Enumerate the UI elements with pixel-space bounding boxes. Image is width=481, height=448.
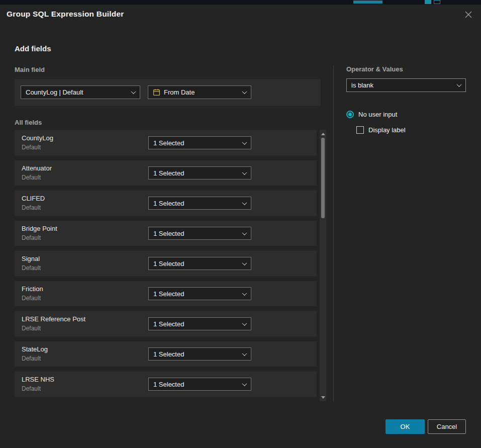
field-row: Signal Default 1 Selected: [15, 251, 317, 276]
chevron-down-icon: [242, 381, 247, 386]
field-selected-value: 1 Selected: [153, 230, 239, 237]
field-subtitle: Default: [22, 144, 41, 151]
field-selected-value: 1 Selected: [153, 260, 239, 267]
field-name: Signal: [22, 255, 40, 262]
checkbox-unchecked-icon[interactable]: [356, 126, 364, 134]
field-selected-dropdown[interactable]: 1 Selected: [148, 347, 251, 361]
no-user-input-radio-row[interactable]: No user input: [346, 111, 397, 118]
display-label-label: Display label: [368, 126, 406, 134]
field-name: Bridge Point: [22, 225, 57, 232]
field-subtitle: Default: [22, 385, 41, 392]
field-subtitle: Default: [22, 264, 41, 272]
chevron-down-icon: [131, 89, 136, 94]
background-artifact: [425, 0, 431, 4]
field-row: StateLog Default 1 Selected: [15, 341, 317, 367]
chevron-down-icon: [242, 291, 247, 296]
group-sql-expression-builder-dialog: Group SQL Expression Builder Add fields …: [0, 5, 481, 448]
all-fields-list: CountyLog Default 1 Selected Attenuator …: [15, 130, 317, 402]
scrollbar-down-arrow[interactable]: [320, 394, 326, 400]
operator-dropdown-value: is blank: [351, 81, 454, 89]
cancel-button[interactable]: Cancel: [428, 419, 466, 434]
field-selected-dropdown[interactable]: 1 Selected: [148, 257, 251, 270]
chevron-down-icon: [242, 260, 247, 265]
field-selected-value: 1 Selected: [153, 381, 239, 388]
scrollbar-up-arrow[interactable]: [320, 131, 326, 137]
close-icon: [465, 11, 472, 18]
chevron-down-icon: [242, 230, 247, 235]
field-subtitle: Default: [22, 204, 41, 211]
field-row: Friction Default 1 Selected: [15, 281, 317, 306]
no-user-input-label: No user input: [358, 111, 397, 118]
chevron-down-icon: [242, 321, 247, 326]
field-selected-dropdown[interactable]: 1 Selected: [148, 197, 251, 210]
field-selected-dropdown[interactable]: 1 Selected: [148, 378, 251, 391]
close-button[interactable]: [463, 10, 473, 20]
chevron-down-icon: [242, 140, 247, 145]
field-row: Bridge Point Default 1 Selected: [15, 221, 317, 246]
background-artifact: [353, 1, 382, 4]
scrollbar-thumb[interactable]: [321, 138, 325, 218]
field-selected-dropdown[interactable]: 1 Selected: [148, 166, 251, 180]
field-name: LRSE NHS: [22, 376, 54, 383]
all-fields-scrollbar[interactable]: [320, 130, 326, 401]
field-name: StateLog: [22, 345, 48, 353]
field-name: Attenuator: [22, 164, 52, 172]
field-row: LRSE Reference Post Default 1 Selected: [15, 311, 317, 336]
main-field-label: Main field: [15, 66, 45, 73]
chevron-down-icon: [242, 351, 247, 356]
main-field-field-dropdown[interactable]: From Date: [148, 85, 251, 99]
field-name: CountyLog: [22, 134, 53, 142]
dialog-title: Group SQL Expression Builder: [7, 10, 124, 19]
calendar-icon: [153, 88, 160, 96]
field-name: CLIFED: [22, 195, 45, 202]
display-label-checkbox-row[interactable]: Display label: [356, 126, 406, 134]
field-selected-dropdown[interactable]: 1 Selected: [148, 136, 251, 149]
screen: Group SQL Expression Builder Add fields …: [0, 0, 481, 448]
main-field-layer-dropdown-value: CountyLog | Default: [26, 88, 128, 96]
background-artifact: [434, 0, 440, 4]
background-page-strip: [0, 0, 481, 5]
field-selected-dropdown[interactable]: 1 Selected: [148, 227, 251, 240]
field-subtitle: Default: [22, 295, 41, 302]
main-field-box: CountyLog | Default From Date: [15, 79, 321, 106]
field-subtitle: Default: [22, 325, 41, 332]
field-subtitle: Default: [22, 355, 41, 362]
field-row: CountyLog Default 1 Selected: [15, 130, 317, 155]
all-fields-label: All fields: [15, 119, 42, 126]
field-selected-value: 1 Selected: [153, 320, 239, 328]
main-field-field-dropdown-value: From Date: [164, 88, 239, 96]
ok-button[interactable]: OK: [386, 419, 425, 434]
field-selected-dropdown[interactable]: 1 Selected: [148, 317, 251, 330]
field-selected-value: 1 Selected: [153, 169, 239, 177]
field-name: Friction: [22, 285, 43, 293]
field-selected-dropdown[interactable]: 1 Selected: [148, 287, 251, 300]
chevron-down-icon: [242, 89, 247, 94]
chevron-down-icon: [242, 170, 247, 175]
main-field-layer-dropdown[interactable]: CountyLog | Default: [21, 85, 140, 99]
field-selected-value: 1 Selected: [153, 200, 239, 207]
chevron-down-icon: [242, 200, 247, 205]
field-selected-value: 1 Selected: [153, 139, 239, 147]
panel-divider: [333, 65, 334, 402]
field-subtitle: Default: [22, 234, 41, 241]
add-fields-heading: Add fields: [15, 44, 51, 53]
field-row: LRSE NHS Default 1 Selected: [15, 372, 317, 397]
field-row: CLIFED Default 1 Selected: [15, 191, 317, 216]
radio-selected-icon[interactable]: [346, 111, 354, 118]
operator-dropdown[interactable]: is blank: [346, 78, 466, 92]
field-selected-value: 1 Selected: [153, 350, 239, 358]
operator-values-heading: Operator & Values: [346, 65, 403, 73]
chevron-down-icon: [457, 82, 462, 87]
field-name: LRSE Reference Post: [22, 315, 85, 323]
field-subtitle: Default: [22, 174, 41, 181]
field-row: Attenuator Default 1 Selected: [15, 160, 317, 186]
field-selected-value: 1 Selected: [153, 290, 239, 298]
